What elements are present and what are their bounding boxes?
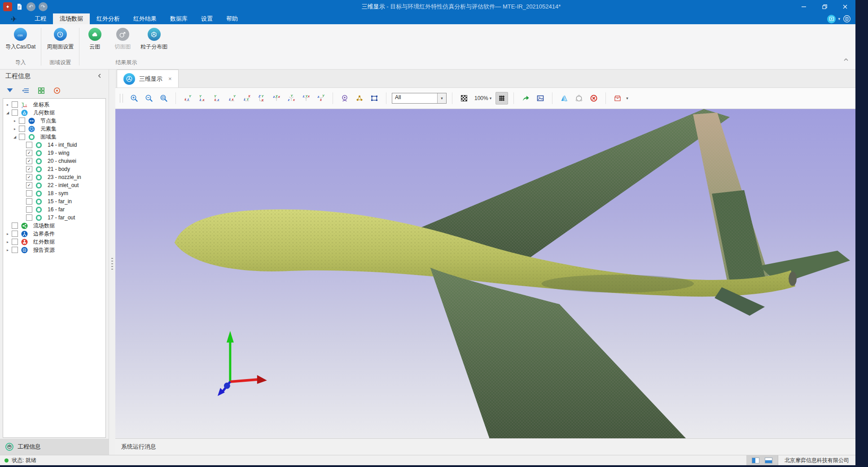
zoom-fit-button[interactable] [158,92,170,105]
import-cas-dat-button[interactable]: cas 导入Cas/Dat [5,28,35,51]
tree-checkbox[interactable] [12,109,18,116]
axis-view-bottom-button[interactable]: ZYX [255,92,268,105]
locate-button[interactable] [53,86,61,95]
project-panel-footer-tab[interactable]: 工程信息 [0,439,109,455]
mirror-button[interactable] [558,92,570,105]
menu-item-project[interactable]: 工程 [28,13,53,24]
package-dropdown-caret[interactable]: ▾ [626,96,628,100]
tree-checkbox[interactable] [26,206,32,213]
contour-map-button[interactable]: 云图 [85,28,105,51]
display-filter-combobox[interactable]: All ▾ [392,93,447,104]
transparency-button[interactable] [458,92,470,105]
tree-item-report-resources[interactable]: ▸报告资源 [3,246,105,254]
tree-expand-icon[interactable]: ◢ [5,111,10,115]
axis-view-top-button[interactable]: zYX [241,92,253,105]
menu-item-ir-analysis[interactable]: 红外分析 [90,13,127,24]
tree-item-node-set[interactable]: ▸节点集 [3,117,105,125]
tree-checkbox[interactable] [26,198,32,205]
restore-button[interactable] [814,0,835,13]
menubar-caret-icon[interactable]: ▾ [838,17,840,21]
minimize-button[interactable] [793,0,814,13]
tree-checkbox[interactable] [12,223,18,229]
list-settings-button[interactable] [21,86,30,95]
tree-item-infrared-data[interactable]: ▸红外数据 [3,238,105,246]
snapshot-button[interactable] [534,92,547,105]
redo-icon[interactable]: ↷ [39,2,48,11]
tree-item-face-17-far_out[interactable]: 17 - far_out [3,214,105,222]
combobox-dropdown-icon[interactable]: ▾ [437,93,446,103]
group-grid-button[interactable] [37,86,46,95]
tree-checkbox[interactable] [12,239,18,245]
new-document-icon[interactable] [15,3,23,11]
tree-checkbox[interactable]: ✓ [26,182,32,188]
tree-checkbox[interactable]: ✓ [26,150,32,156]
tree-item-face-21-body[interactable]: ✓21 - body [3,165,105,173]
tree-expand-icon[interactable]: ▸ [5,248,10,252]
tab-close-icon[interactable]: × [168,75,172,82]
menu-item-ir-results[interactable]: 红外结果 [127,13,163,24]
menu-item-settings[interactable]: 设置 [194,13,219,24]
tree-checkbox[interactable] [12,101,18,108]
tree-expand-icon[interactable]: ▸ [5,232,10,236]
tree-item-coord-system[interactable]: ▸Yzx坐标系 [3,100,105,109]
tree-checkbox[interactable] [12,231,18,237]
message-bar[interactable]: 系统运行消息 [115,438,855,455]
tree-checkbox[interactable] [26,142,32,148]
axis-view-back-button[interactable]: Yzx [196,92,209,105]
axis-view-right-button[interactable]: zxY [226,92,238,105]
tree-checkbox[interactable]: ✓ [26,174,32,180]
tree-checkbox[interactable]: ✓ [26,158,32,164]
zoom-in-button[interactable] [128,92,140,105]
tree-checkbox[interactable] [19,126,25,132]
tree-expand-icon[interactable]: ▸ [12,127,18,131]
axis-view-left-button[interactable]: Yxz [211,92,224,105]
menu-item-flow-data[interactable]: 流场数据 [53,13,90,24]
tree-checkbox[interactable] [19,134,25,140]
tree-item-face-19-wing[interactable]: ✓19 - wing [3,149,105,157]
panel-splitter[interactable] [109,70,115,455]
filter-button[interactable] [5,86,14,95]
package-button[interactable] [611,92,624,105]
tree-item-geometry-data[interactable]: ◢几何数据 [3,109,105,117]
zoom-out-button[interactable] [143,92,155,105]
tree-expand-icon[interactable]: ◢ [12,135,18,139]
tree-item-face-18-sym[interactable]: 18 - sym [3,189,105,197]
tree-item-flow-field-data[interactable]: 流场数据 [3,222,105,230]
ribbon-collapse-button[interactable] [842,56,850,65]
undo-icon[interactable]: ↶ [26,2,35,11]
tree-checkbox[interactable] [26,190,32,196]
tree-item-boundary-conditions[interactable]: ▸边界条件 [3,230,105,238]
tree-expand-icon[interactable]: ▸ [12,119,18,123]
periodic-face-button[interactable]: 周期面设置 [47,28,74,51]
tree-item-element-set[interactable]: ▸元素集 [3,125,105,133]
particles-render-button[interactable] [353,92,366,105]
export-button[interactable] [519,92,532,105]
splitter-grip[interactable] [111,258,113,271]
tree-item-face-23-nozzle_in[interactable]: ✓23 - nozzle_in [3,173,105,181]
tree-checkbox[interactable] [12,247,18,253]
menu-item-database[interactable]: 数据库 [163,13,194,24]
tree-item-face-set[interactable]: ◢面域集 [3,133,105,141]
axis-view-iso1-button[interactable]: zyx [270,92,283,105]
axis-view-front-button[interactable]: xzY [181,92,194,105]
layout-split-vertical-icon[interactable] [752,458,759,463]
tree-item-face-22-inlet_out[interactable]: ✓22 - inlet_out [3,181,105,189]
mesh-grid-toggle-button[interactable] [495,92,508,105]
toolbar-grip[interactable] [120,94,123,103]
tree-checkbox[interactable]: ✓ [26,166,32,172]
tree-checkbox[interactable] [19,118,25,124]
tree-checkbox[interactable] [26,214,32,221]
viewport-3d[interactable] [115,109,855,438]
perspective-camera-button[interactable] [338,92,351,105]
close-button[interactable] [835,0,855,13]
select-box-button[interactable] [368,92,381,105]
particle-distribution-button[interactable]: 粒子分布图 [140,28,167,51]
collapse-panel-button[interactable] [96,72,103,81]
tree-expand-icon[interactable]: ▸ [5,240,10,244]
tree-item-face-20-chuiwei[interactable]: ✓20 - chuiwei [3,157,105,165]
tree-item-face-16-far[interactable]: 16 - far [3,205,105,214]
play-window-icon[interactable] [827,15,836,23]
zoom-level-dropdown[interactable]: 100% ▾ [473,95,493,101]
menu-item-help[interactable]: 帮助 [219,13,245,24]
tree-item-face-14-int_fluid[interactable]: 14 - int_fluid [3,141,105,149]
